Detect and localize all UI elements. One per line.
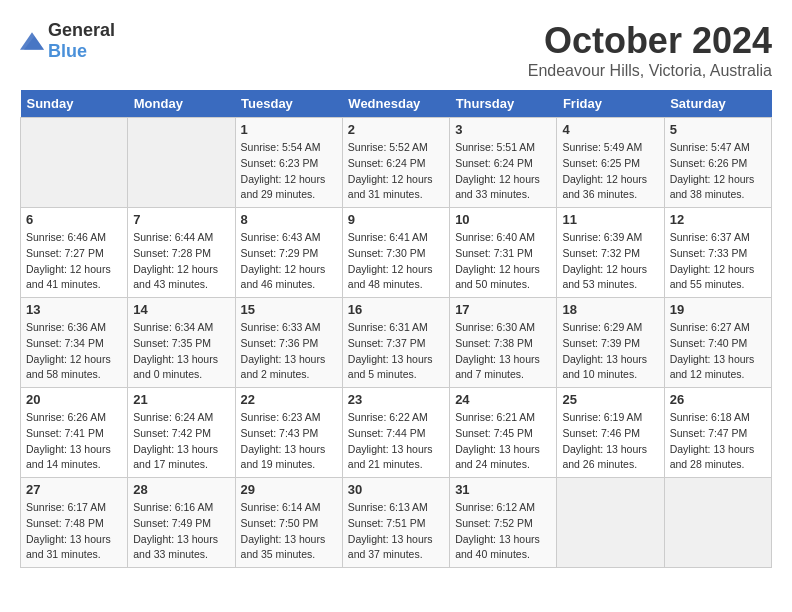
logo-icon: [20, 32, 44, 50]
calendar-cell: 25Sunrise: 6:19 AMSunset: 7:46 PMDayligh…: [557, 388, 664, 478]
calendar-cell: 16Sunrise: 6:31 AMSunset: 7:37 PMDayligh…: [342, 298, 449, 388]
calendar-cell: 23Sunrise: 6:22 AMSunset: 7:44 PMDayligh…: [342, 388, 449, 478]
day-info: Sunrise: 6:14 AMSunset: 7:50 PMDaylight:…: [241, 500, 337, 563]
day-number: 9: [348, 212, 444, 227]
day-number: 24: [455, 392, 551, 407]
calendar-body: 1Sunrise: 5:54 AMSunset: 6:23 PMDaylight…: [21, 118, 772, 568]
calendar-cell: 15Sunrise: 6:33 AMSunset: 7:36 PMDayligh…: [235, 298, 342, 388]
calendar-cell: 17Sunrise: 6:30 AMSunset: 7:38 PMDayligh…: [450, 298, 557, 388]
calendar-table: Sunday Monday Tuesday Wednesday Thursday…: [20, 90, 772, 568]
day-number: 23: [348, 392, 444, 407]
col-wednesday: Wednesday: [342, 90, 449, 118]
day-number: 22: [241, 392, 337, 407]
location: Endeavour Hills, Victoria, Australia: [528, 62, 772, 80]
day-number: 28: [133, 482, 229, 497]
header-row: Sunday Monday Tuesday Wednesday Thursday…: [21, 90, 772, 118]
day-number: 17: [455, 302, 551, 317]
day-info: Sunrise: 6:16 AMSunset: 7:49 PMDaylight:…: [133, 500, 229, 563]
calendar-cell: 8Sunrise: 6:43 AMSunset: 7:29 PMDaylight…: [235, 208, 342, 298]
day-info: Sunrise: 5:52 AMSunset: 6:24 PMDaylight:…: [348, 140, 444, 203]
day-number: 21: [133, 392, 229, 407]
calendar-week-0: 1Sunrise: 5:54 AMSunset: 6:23 PMDaylight…: [21, 118, 772, 208]
calendar-cell: [128, 118, 235, 208]
logo: General Blue: [20, 20, 115, 62]
day-info: Sunrise: 6:46 AMSunset: 7:27 PMDaylight:…: [26, 230, 122, 293]
day-number: 25: [562, 392, 658, 407]
logo-text: General Blue: [48, 20, 115, 62]
col-tuesday: Tuesday: [235, 90, 342, 118]
logo-blue: Blue: [48, 41, 87, 61]
day-number: 15: [241, 302, 337, 317]
calendar-cell: [557, 478, 664, 568]
calendar-cell: 6Sunrise: 6:46 AMSunset: 7:27 PMDaylight…: [21, 208, 128, 298]
day-info: Sunrise: 6:27 AMSunset: 7:40 PMDaylight:…: [670, 320, 766, 383]
calendar-week-3: 20Sunrise: 6:26 AMSunset: 7:41 PMDayligh…: [21, 388, 772, 478]
day-number: 19: [670, 302, 766, 317]
calendar-cell: 10Sunrise: 6:40 AMSunset: 7:31 PMDayligh…: [450, 208, 557, 298]
day-info: Sunrise: 5:54 AMSunset: 6:23 PMDaylight:…: [241, 140, 337, 203]
col-sunday: Sunday: [21, 90, 128, 118]
day-info: Sunrise: 6:40 AMSunset: 7:31 PMDaylight:…: [455, 230, 551, 293]
day-info: Sunrise: 6:43 AMSunset: 7:29 PMDaylight:…: [241, 230, 337, 293]
day-number: 3: [455, 122, 551, 137]
day-number: 6: [26, 212, 122, 227]
calendar-cell: 22Sunrise: 6:23 AMSunset: 7:43 PMDayligh…: [235, 388, 342, 478]
day-info: Sunrise: 6:13 AMSunset: 7:51 PMDaylight:…: [348, 500, 444, 563]
day-info: Sunrise: 6:21 AMSunset: 7:45 PMDaylight:…: [455, 410, 551, 473]
day-number: 13: [26, 302, 122, 317]
day-info: Sunrise: 5:49 AMSunset: 6:25 PMDaylight:…: [562, 140, 658, 203]
calendar-cell: 13Sunrise: 6:36 AMSunset: 7:34 PMDayligh…: [21, 298, 128, 388]
calendar-header: Sunday Monday Tuesday Wednesday Thursday…: [21, 90, 772, 118]
day-info: Sunrise: 6:37 AMSunset: 7:33 PMDaylight:…: [670, 230, 766, 293]
day-info: Sunrise: 5:51 AMSunset: 6:24 PMDaylight:…: [455, 140, 551, 203]
calendar-week-2: 13Sunrise: 6:36 AMSunset: 7:34 PMDayligh…: [21, 298, 772, 388]
day-number: 14: [133, 302, 229, 317]
day-number: 29: [241, 482, 337, 497]
day-info: Sunrise: 6:24 AMSunset: 7:42 PMDaylight:…: [133, 410, 229, 473]
calendar-cell: 28Sunrise: 6:16 AMSunset: 7:49 PMDayligh…: [128, 478, 235, 568]
day-number: 7: [133, 212, 229, 227]
day-number: 27: [26, 482, 122, 497]
calendar-cell: 26Sunrise: 6:18 AMSunset: 7:47 PMDayligh…: [664, 388, 771, 478]
day-number: 1: [241, 122, 337, 137]
calendar-cell: 14Sunrise: 6:34 AMSunset: 7:35 PMDayligh…: [128, 298, 235, 388]
calendar-cell: 1Sunrise: 5:54 AMSunset: 6:23 PMDaylight…: [235, 118, 342, 208]
calendar-cell: 18Sunrise: 6:29 AMSunset: 7:39 PMDayligh…: [557, 298, 664, 388]
day-number: 18: [562, 302, 658, 317]
day-info: Sunrise: 6:39 AMSunset: 7:32 PMDaylight:…: [562, 230, 658, 293]
day-info: Sunrise: 6:26 AMSunset: 7:41 PMDaylight:…: [26, 410, 122, 473]
day-info: Sunrise: 6:18 AMSunset: 7:47 PMDaylight:…: [670, 410, 766, 473]
title-block: October 2024 Endeavour Hills, Victoria, …: [528, 20, 772, 80]
calendar-cell: 19Sunrise: 6:27 AMSunset: 7:40 PMDayligh…: [664, 298, 771, 388]
day-number: 30: [348, 482, 444, 497]
day-number: 26: [670, 392, 766, 407]
calendar-cell: [664, 478, 771, 568]
day-number: 10: [455, 212, 551, 227]
day-info: Sunrise: 6:19 AMSunset: 7:46 PMDaylight:…: [562, 410, 658, 473]
day-number: 31: [455, 482, 551, 497]
day-info: Sunrise: 6:17 AMSunset: 7:48 PMDaylight:…: [26, 500, 122, 563]
day-info: Sunrise: 6:33 AMSunset: 7:36 PMDaylight:…: [241, 320, 337, 383]
day-info: Sunrise: 6:34 AMSunset: 7:35 PMDaylight:…: [133, 320, 229, 383]
calendar-week-1: 6Sunrise: 6:46 AMSunset: 7:27 PMDaylight…: [21, 208, 772, 298]
calendar-cell: 21Sunrise: 6:24 AMSunset: 7:42 PMDayligh…: [128, 388, 235, 478]
day-number: 4: [562, 122, 658, 137]
calendar-cell: 12Sunrise: 6:37 AMSunset: 7:33 PMDayligh…: [664, 208, 771, 298]
calendar-cell: 20Sunrise: 6:26 AMSunset: 7:41 PMDayligh…: [21, 388, 128, 478]
calendar-cell: 24Sunrise: 6:21 AMSunset: 7:45 PMDayligh…: [450, 388, 557, 478]
day-info: Sunrise: 6:30 AMSunset: 7:38 PMDaylight:…: [455, 320, 551, 383]
col-thursday: Thursday: [450, 90, 557, 118]
calendar-cell: 27Sunrise: 6:17 AMSunset: 7:48 PMDayligh…: [21, 478, 128, 568]
calendar-cell: 9Sunrise: 6:41 AMSunset: 7:30 PMDaylight…: [342, 208, 449, 298]
day-number: 16: [348, 302, 444, 317]
logo-general: General: [48, 20, 115, 40]
calendar-cell: [21, 118, 128, 208]
calendar-cell: 2Sunrise: 5:52 AMSunset: 6:24 PMDaylight…: [342, 118, 449, 208]
day-info: Sunrise: 6:41 AMSunset: 7:30 PMDaylight:…: [348, 230, 444, 293]
page-header: General Blue October 2024 Endeavour Hill…: [20, 20, 772, 80]
day-info: Sunrise: 5:47 AMSunset: 6:26 PMDaylight:…: [670, 140, 766, 203]
col-monday: Monday: [128, 90, 235, 118]
calendar-cell: 31Sunrise: 6:12 AMSunset: 7:52 PMDayligh…: [450, 478, 557, 568]
col-saturday: Saturday: [664, 90, 771, 118]
day-info: Sunrise: 6:29 AMSunset: 7:39 PMDaylight:…: [562, 320, 658, 383]
